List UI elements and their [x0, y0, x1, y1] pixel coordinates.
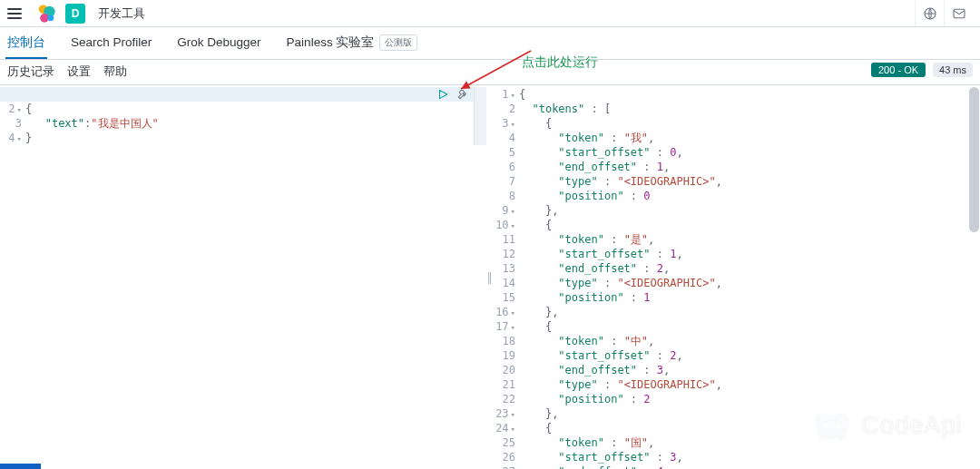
nav-menu-icon[interactable] — [7, 4, 27, 24]
bottom-progress — [0, 464, 41, 469]
wrench-icon[interactable] — [456, 87, 470, 102]
beta-badge: 公测版 — [379, 34, 417, 51]
console-subbar: 历史记录 设置 帮助 — [0, 60, 980, 85]
svg-point-3 — [47, 15, 54, 21]
svg-rect-5 — [954, 9, 965, 17]
app-tabs: 控制台 Search Profiler Grok Debugger Painle… — [0, 27, 980, 60]
tab-grok-debugger[interactable]: Grok Debugger — [175, 27, 262, 59]
help-link[interactable]: 帮助 — [103, 64, 127, 80]
pane-splitter[interactable]: ║ — [486, 85, 494, 469]
tab-painless-lab-label: Painless 实验室 — [287, 34, 375, 51]
tab-console[interactable]: 控制台 — [5, 27, 47, 59]
request-pane[interactable]: 1234 GET _analyze{ "text":"我是中国人"} — [0, 85, 486, 469]
response-pane[interactable]: 1234567891011121314151617181920212223242… — [494, 85, 980, 469]
breadcrumb[interactable]: 开发工具 — [98, 5, 145, 22]
svg-point-2 — [40, 14, 49, 23]
tab-painless-lab[interactable]: Painless 实验室 公测版 — [285, 27, 420, 59]
request-endband — [474, 87, 486, 145]
tab-search-profiler[interactable]: Search Profiler — [69, 27, 153, 59]
run-icon[interactable] — [436, 87, 450, 102]
request-action-bar — [436, 87, 470, 102]
response-gutter: 1234567891011121314151617181920212223242… — [494, 85, 519, 469]
env-badge[interactable]: D — [65, 4, 85, 24]
history-link[interactable]: 历史记录 — [7, 64, 54, 80]
response-code[interactable]: { "tokens" : [ { "token" : "我", "start_o… — [519, 85, 980, 469]
help-globe-icon[interactable] — [915, 1, 944, 26]
active-line-highlight — [0, 87, 486, 102]
status-badge: 200 - OK — [871, 63, 926, 77]
timing-badge: 43 ms — [933, 63, 973, 77]
elastic-logo-icon[interactable] — [36, 4, 56, 24]
editor-split: 1234 GET _analyze{ "text":"我是中国人"} ║ 123… — [0, 85, 980, 469]
response-scrollbar-thumb[interactable] — [969, 87, 979, 232]
mail-icon[interactable] — [944, 1, 973, 26]
response-status: 200 - OK 43 ms — [871, 63, 973, 77]
topbar: D 开发工具 — [0, 0, 980, 27]
settings-link[interactable]: 设置 — [67, 64, 91, 80]
